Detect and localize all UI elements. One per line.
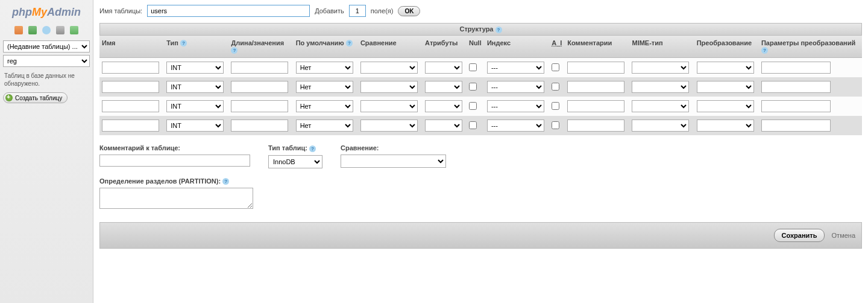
field-attributes-select[interactable] — [425, 120, 462, 132]
tablename-input[interactable] — [147, 5, 310, 17]
field-ai-checkbox[interactable] — [552, 83, 559, 91]
tablename-label: Имя таблицы: — [99, 7, 142, 14]
field-null-checkbox[interactable] — [469, 63, 477, 71]
field-null-checkbox[interactable] — [469, 121, 477, 129]
table-comment-label: Комментарий к таблице: — [99, 144, 250, 152]
field-mime-select[interactable] — [632, 81, 689, 93]
field-attributes-select[interactable] — [425, 81, 462, 93]
add-label: Добавить — [315, 7, 344, 14]
field-transform-opts-input[interactable] — [761, 81, 831, 93]
col-index: Индекс — [485, 36, 549, 58]
field-index-select[interactable]: --- — [487, 62, 544, 74]
field-attributes-select[interactable] — [425, 62, 462, 74]
col-comments: Комментарии — [565, 36, 629, 58]
fields-label: поле(я) — [371, 7, 394, 14]
query-icon[interactable] — [42, 26, 51, 34]
field-mime-select[interactable] — [632, 120, 689, 132]
field-comment-input[interactable] — [567, 62, 624, 74]
field-transform-select[interactable] — [697, 62, 754, 74]
partition-textarea[interactable] — [99, 188, 253, 209]
field-null-checkbox[interactable] — [469, 102, 477, 110]
col-mime: MIME-тип — [629, 36, 694, 58]
top-row: Имя таблицы: Добавить поле(я) OK — [99, 5, 862, 17]
col-length: Длина/значения? — [228, 36, 293, 58]
field-transform-select[interactable] — [697, 100, 754, 112]
help-icon[interactable]: ? — [761, 47, 768, 54]
help-icon[interactable]: ? — [495, 27, 502, 33]
ok-button[interactable]: OK — [398, 6, 420, 16]
field-type-select[interactable]: INT — [166, 81, 224, 93]
field-default-select[interactable]: Нет — [296, 62, 353, 74]
help-icon[interactable]: ? — [222, 178, 229, 185]
field-name-input[interactable] — [102, 81, 159, 93]
recent-tables-select[interactable]: (Недавние таблицы) ... — [3, 40, 90, 53]
field-default-select[interactable]: Нет — [296, 81, 353, 93]
field-attributes-select[interactable] — [425, 100, 462, 112]
field-length-input[interactable] — [231, 81, 288, 93]
meta-row: Комментарий к таблице: Тип таблиц: ? Inn… — [99, 144, 862, 168]
field-index-select[interactable]: --- — [487, 120, 544, 132]
table-row: INTНет--- — [99, 116, 862, 135]
field-length-input[interactable] — [231, 62, 288, 74]
field-type-select[interactable]: INT — [166, 120, 224, 132]
storage-engine-select[interactable]: InnoDB — [268, 155, 322, 168]
add-count-input[interactable] — [349, 5, 366, 17]
col-name: Имя — [99, 36, 164, 58]
col-attributes: Атрибуты — [423, 36, 467, 58]
field-mime-select[interactable] — [632, 100, 689, 112]
field-type-select[interactable]: INT — [166, 62, 224, 74]
field-transform-select[interactable] — [697, 81, 754, 93]
field-transform-opts-input[interactable] — [761, 100, 831, 112]
help-icon[interactable]: ? — [346, 40, 353, 46]
table-comment-input[interactable] — [99, 155, 250, 167]
field-ai-checkbox[interactable] — [552, 102, 559, 110]
reload-icon[interactable] — [70, 26, 78, 34]
field-collation-select[interactable] — [360, 62, 418, 74]
field-comment-input[interactable] — [567, 81, 624, 93]
cancel-link[interactable]: Отмена — [832, 232, 855, 239]
field-collation-select[interactable] — [360, 100, 418, 112]
field-length-input[interactable] — [231, 100, 288, 112]
col-collation: Сравнение — [358, 36, 423, 58]
field-transform-select[interactable] — [697, 120, 754, 132]
docs-icon[interactable] — [56, 26, 64, 34]
field-index-select[interactable]: --- — [487, 81, 544, 93]
structure-table: Имя Тип ? Длина/значения? По умолчанию ?… — [99, 36, 862, 136]
table-collation-select[interactable] — [341, 155, 446, 168]
sidebar: phpMyAdmin (Недавние таблицы) ... reg Та… — [0, 0, 93, 303]
field-name-input[interactable] — [102, 62, 159, 74]
field-collation-select[interactable] — [360, 120, 418, 132]
field-index-select[interactable]: --- — [487, 100, 544, 112]
create-table-button[interactable]: Создать таблицу — [3, 92, 68, 103]
save-button[interactable]: Сохранить — [774, 229, 825, 242]
field-name-input[interactable] — [102, 120, 159, 132]
database-select[interactable]: reg — [3, 55, 90, 67]
collation-meta-label: Сравнение: — [341, 144, 446, 152]
field-ai-checkbox[interactable] — [552, 63, 559, 71]
table-row: INTНет--- — [99, 58, 862, 78]
field-default-select[interactable]: Нет — [296, 120, 353, 132]
help-icon[interactable]: ? — [309, 145, 316, 152]
field-name-input[interactable] — [102, 100, 159, 112]
field-default-select[interactable]: Нет — [296, 100, 353, 112]
field-length-input[interactable] — [231, 120, 288, 132]
field-collation-select[interactable] — [360, 81, 418, 93]
help-icon[interactable]: ? — [231, 47, 237, 54]
structure-header: Структура ? — [99, 23, 862, 36]
field-null-checkbox[interactable] — [469, 83, 477, 91]
partition-label: Определение разделов (PARTITION): ? — [99, 177, 253, 185]
help-icon[interactable]: ? — [180, 40, 187, 46]
storage-label: Тип таблиц: ? — [268, 144, 322, 152]
field-type-select[interactable]: INT — [166, 100, 224, 112]
footer-bar: Сохранить Отмена — [99, 222, 862, 249]
logout-icon[interactable] — [28, 26, 37, 34]
partition-row: Определение разделов (PARTITION): ? — [99, 177, 862, 211]
field-comment-input[interactable] — [567, 100, 624, 112]
field-transform-opts-input[interactable] — [761, 62, 831, 74]
field-mime-select[interactable] — [632, 62, 689, 74]
field-transform-opts-input[interactable] — [761, 120, 831, 132]
main-content: Имя таблицы: Добавить поле(я) OK Структу… — [93, 0, 868, 303]
field-ai-checkbox[interactable] — [552, 121, 559, 129]
field-comment-input[interactable] — [567, 120, 624, 132]
home-icon[interactable] — [14, 26, 23, 34]
